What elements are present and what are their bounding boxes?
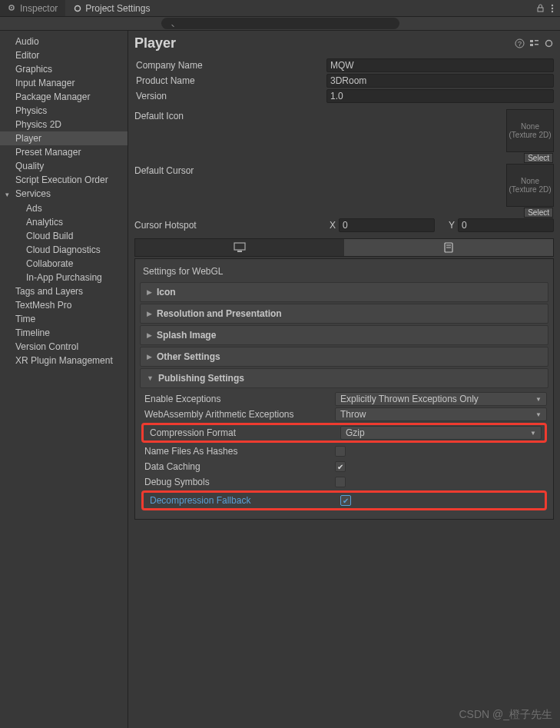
svg-point-3 bbox=[77, 7, 78, 8]
watermark: CSDN @_橙子先生 bbox=[459, 708, 552, 722]
tab-label: Inspector bbox=[20, 3, 58, 14]
data-caching-checkbox[interactable]: ✔ bbox=[335, 461, 346, 472]
product-name-label: Product Name bbox=[134, 75, 326, 86]
chevron-right-icon: ▶ bbox=[147, 310, 152, 317]
sidebar-item-cloud-diagnostics[interactable]: Cloud Diagnostics bbox=[0, 243, 128, 257]
sidebar-item-cloud-build[interactable]: Cloud Build bbox=[0, 229, 128, 243]
data-caching-label: Data Caching bbox=[141, 461, 335, 472]
enable-exceptions-dropdown[interactable]: Explicitly Thrown Exceptions Only▼ bbox=[335, 392, 547, 406]
sidebar-item-graphics[interactable]: Graphics bbox=[0, 62, 128, 76]
sidebar-item-ads[interactable]: Ads bbox=[0, 201, 128, 215]
chevron-down-icon: ▼ bbox=[535, 396, 542, 403]
fold-icon[interactable]: ▶Icon bbox=[140, 282, 548, 302]
fold-other[interactable]: ▶Other Settings bbox=[140, 347, 548, 367]
y-label: Y bbox=[446, 220, 458, 231]
sidebar-item-quality[interactable]: Quality bbox=[0, 159, 128, 173]
gear-icon bbox=[73, 4, 82, 13]
sidebar-item-tags-and-layers[interactable]: Tags and Layers bbox=[0, 284, 128, 298]
tab-inspector[interactable]: Inspector bbox=[0, 0, 65, 16]
svg-rect-13 bbox=[535, 44, 538, 45]
sidebar-item-preset-manager[interactable]: Preset Manager bbox=[0, 145, 128, 159]
svg-rect-16 bbox=[234, 243, 245, 250]
svg-point-1 bbox=[11, 7, 12, 8]
svg-rect-4 bbox=[538, 8, 543, 12]
sidebar-item-package-manager[interactable]: Package Manager bbox=[0, 90, 128, 104]
svg-rect-12 bbox=[535, 40, 538, 42]
platform-tab-standalone[interactable] bbox=[135, 239, 344, 256]
chevron-right-icon: ▶ bbox=[147, 353, 152, 361]
sidebar-item-script-execution-order[interactable]: Script Execution Order bbox=[0, 173, 128, 187]
debug-symbols-label: Debug Symbols bbox=[141, 477, 335, 487]
webgl-icon bbox=[443, 242, 454, 253]
chevron-right-icon: ▶ bbox=[147, 331, 152, 339]
sidebar-item-physics[interactable]: Physics bbox=[0, 104, 128, 118]
settings-for-label: Settings for WebGL bbox=[135, 262, 553, 281]
cursor-hotspot-label: Cursor Hotspot bbox=[134, 220, 326, 231]
svg-rect-17 bbox=[237, 251, 242, 252]
sidebar-item-timeline[interactable]: Timeline bbox=[0, 326, 128, 340]
sidebar-item-version-control[interactable]: Version Control bbox=[0, 340, 128, 354]
default-cursor-label: Default Cursor bbox=[134, 164, 326, 207]
sidebar: AudioEditorGraphicsInput ManagerPackage … bbox=[0, 31, 128, 728]
name-hashes-checkbox[interactable] bbox=[335, 446, 346, 457]
help-icon[interactable]: ? bbox=[515, 38, 525, 48]
highlight-decompression: Decompression Fallback ✔ bbox=[141, 490, 547, 510]
hotspot-y-input[interactable] bbox=[458, 218, 554, 232]
sidebar-item-audio[interactable]: Audio bbox=[0, 35, 128, 48]
fold-publishing[interactable]: ▼Publishing Settings bbox=[140, 368, 548, 388]
sidebar-item-player[interactable]: Player bbox=[0, 131, 128, 145]
x-label: X bbox=[326, 220, 339, 231]
compression-dropdown[interactable]: Gzip▼ bbox=[340, 426, 542, 440]
tab-project-settings[interactable]: Project Settings bbox=[65, 0, 157, 16]
select-button[interactable]: Select bbox=[524, 208, 553, 218]
decomp-fallback-checkbox[interactable]: ✔ bbox=[340, 495, 351, 506]
sidebar-item-services[interactable]: Services bbox=[0, 187, 128, 201]
company-name-label: Company Name bbox=[134, 60, 326, 71]
sidebar-item-input-manager[interactable]: Input Manager bbox=[0, 76, 128, 90]
default-icon-label: Default Icon bbox=[134, 109, 326, 152]
enable-exceptions-label: Enable Exceptions bbox=[141, 394, 335, 404]
name-hashes-label: Name Files As Hashes bbox=[141, 446, 335, 457]
preset-icon[interactable] bbox=[529, 38, 539, 48]
sidebar-item-editor[interactable]: Editor bbox=[0, 48, 128, 62]
wasm-arith-dropdown[interactable]: Throw▼ bbox=[335, 407, 547, 421]
svg-rect-10 bbox=[530, 40, 533, 42]
version-label: Version bbox=[134, 91, 326, 101]
sidebar-item-physics-2d[interactable]: Physics 2D bbox=[0, 118, 128, 131]
tab-label: Project Settings bbox=[85, 3, 150, 14]
gear-icon[interactable] bbox=[544, 38, 554, 48]
chevron-down-icon: ▼ bbox=[147, 374, 154, 382]
svg-point-15 bbox=[548, 42, 550, 45]
sidebar-item-xr-plugin-management[interactable]: XR Plugin Management bbox=[0, 354, 128, 367]
select-button[interactable]: Select bbox=[524, 153, 553, 163]
compression-label: Compression Format bbox=[147, 427, 340, 438]
inspector-icon bbox=[8, 4, 17, 13]
default-cursor-field[interactable]: None (Texture 2D) Select bbox=[506, 164, 554, 207]
svg-point-5 bbox=[552, 4, 553, 5]
hotspot-x-input[interactable] bbox=[339, 218, 435, 232]
wasm-arith-label: WebAssembly Arithmetic Exceptions bbox=[141, 409, 335, 420]
chevron-right-icon: ▶ bbox=[147, 288, 152, 296]
chevron-down-icon: ▼ bbox=[530, 430, 536, 437]
fold-resolution[interactable]: ▶Resolution and Presentation bbox=[140, 304, 548, 324]
sidebar-item-in-app-purchasing[interactable]: In-App Purchasing bbox=[0, 271, 128, 284]
sidebar-item-collaborate[interactable]: Collaborate bbox=[0, 257, 128, 271]
version-input[interactable] bbox=[326, 89, 554, 103]
debug-symbols-checkbox[interactable] bbox=[335, 477, 346, 487]
decomp-fallback-label: Decompression Fallback bbox=[147, 495, 340, 506]
sidebar-item-analytics[interactable]: Analytics bbox=[0, 215, 128, 229]
platform-tab-webgl[interactable] bbox=[344, 239, 553, 256]
product-name-input[interactable] bbox=[326, 74, 554, 88]
svg-point-7 bbox=[552, 10, 553, 12]
default-icon-field[interactable]: None (Texture 2D) Select bbox=[506, 109, 554, 152]
highlight-compression: Compression Format Gzip▼ bbox=[141, 423, 547, 443]
sidebar-item-textmesh-pro[interactable]: TextMesh Pro bbox=[0, 298, 128, 312]
fold-splash[interactable]: ▶Splash Image bbox=[140, 325, 548, 345]
svg-point-6 bbox=[552, 7, 553, 8]
menu-icon[interactable] bbox=[551, 4, 554, 13]
search-input[interactable] bbox=[161, 18, 399, 29]
company-name-input[interactable] bbox=[326, 58, 554, 72]
sidebar-item-time[interactable]: Time bbox=[0, 312, 128, 326]
lock-icon[interactable] bbox=[536, 4, 545, 13]
chevron-down-icon: ▼ bbox=[535, 411, 542, 418]
